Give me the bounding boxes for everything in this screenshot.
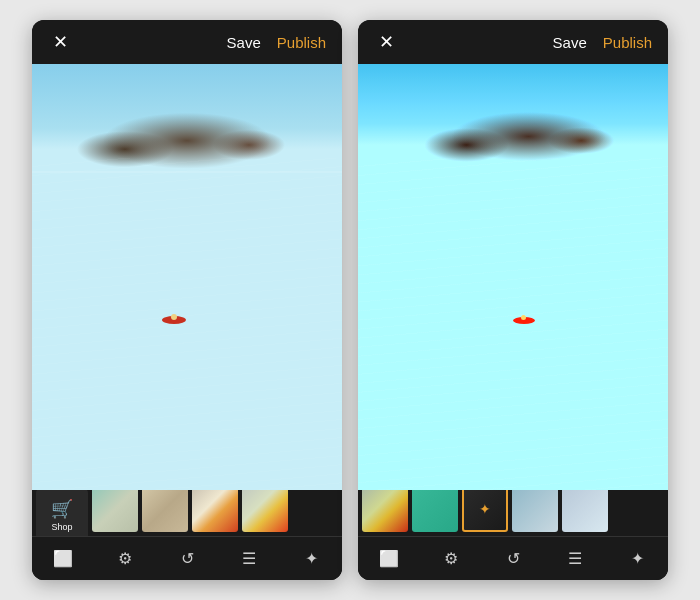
right-filter-strip: C1 G3 ✦ JM1 M3 — [358, 490, 668, 580]
left-phone: ✕ Save Publish 🛒 Shop — — [32, 20, 342, 580]
left-thumb-b5-img — [192, 490, 238, 532]
left-star-button[interactable]: ✦ — [291, 539, 331, 579]
left-top-bar: ✕ Save Publish — [32, 20, 342, 64]
right-rotate-button[interactable]: ↺ — [493, 539, 533, 579]
right-filter-c1[interactable]: C1 — [362, 490, 408, 536]
left-filter-b5[interactable]: B5 — [192, 490, 238, 536]
right-kayak — [513, 317, 535, 328]
left-close-button[interactable]: ✕ — [48, 31, 72, 53]
left-filter-thumbs: 🛒 Shop — B1 B5 C1 — [32, 490, 342, 536]
right-thumb-m3-img — [512, 490, 558, 532]
right-filter-jm1[interactable]: ✦ JM1 — [462, 490, 508, 536]
left-thumb-original-img — [92, 490, 138, 532]
left-photo — [32, 64, 342, 490]
left-filter-original[interactable]: — — [92, 490, 138, 536]
right-actions: Save Publish — [553, 34, 652, 51]
right-thumb-g3-img — [412, 490, 458, 532]
right-frame-button[interactable]: ⬜ — [369, 539, 409, 579]
left-shop-button[interactable]: 🛒 Shop — [36, 490, 88, 536]
right-thumb-c1-img — [362, 490, 408, 532]
left-publish-button[interactable]: Publish — [277, 34, 326, 51]
left-save-button[interactable]: Save — [227, 34, 261, 51]
left-rotate-button[interactable]: ↺ — [167, 539, 207, 579]
right-bottom-toolbar: ⬜ ⚙ ↺ ☰ ✦ — [358, 536, 668, 580]
left-filter-b1[interactable]: B1 — [142, 490, 188, 536]
left-thumb-c1-img — [242, 490, 288, 532]
cart-icon: 🛒 — [51, 498, 73, 520]
right-save-button[interactable]: Save — [553, 34, 587, 51]
right-menu-button[interactable]: ☰ — [555, 539, 595, 579]
left-photo-area — [32, 64, 342, 490]
right-phone: ✕ Save Publish C1 G3 — [358, 20, 668, 580]
left-menu-button[interactable]: ☰ — [229, 539, 269, 579]
shop-label: Shop — [51, 522, 72, 532]
right-close-button[interactable]: ✕ — [374, 31, 398, 53]
left-adjust-button[interactable]: ⚙ — [105, 539, 145, 579]
left-filter-c1[interactable]: C1 — [242, 490, 288, 536]
right-adjust-button[interactable]: ⚙ — [431, 539, 471, 579]
right-photo — [358, 64, 668, 490]
left-thumb-b1-img — [142, 490, 188, 532]
left-kayak — [162, 316, 186, 328]
left-filter-strip: 🛒 Shop — B1 B5 C1 — [32, 490, 342, 580]
left-bottom-toolbar: ⬜ ⚙ ↺ ☰ ✦ — [32, 536, 342, 580]
right-filter-m3[interactable]: M3 — [512, 490, 558, 536]
right-top-bar: ✕ Save Publish — [358, 20, 668, 64]
right-thumb-m5-img — [562, 490, 608, 532]
right-filter-thumbs: C1 G3 ✦ JM1 M3 — [358, 490, 668, 536]
right-star-button[interactable]: ✦ — [617, 539, 657, 579]
right-thumb-jm1-img: ✦ — [462, 490, 508, 532]
right-publish-button[interactable]: Publish — [603, 34, 652, 51]
left-frame-button[interactable]: ⬜ — [43, 539, 83, 579]
left-actions: Save Publish — [227, 34, 326, 51]
right-filter-m5[interactable]: M5 — [562, 490, 608, 536]
right-filter-g3[interactable]: G3 — [412, 490, 458, 536]
left-water-texture — [32, 158, 342, 490]
right-photo-area — [358, 64, 668, 490]
